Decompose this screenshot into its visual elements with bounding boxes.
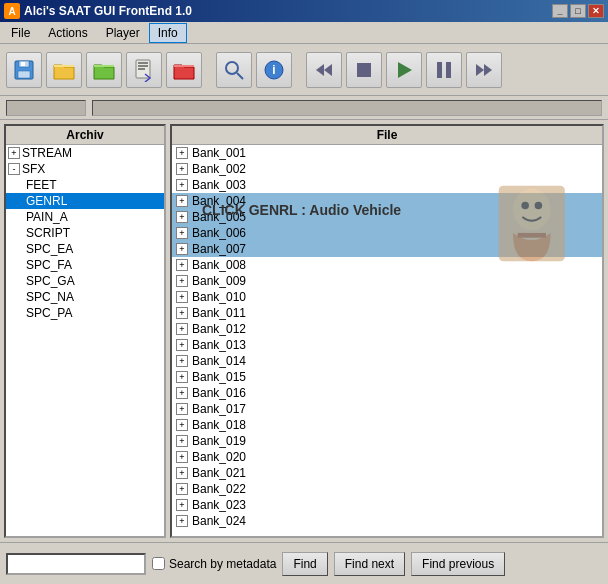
search-input[interactable] bbox=[6, 553, 146, 575]
expand-bank024[interactable]: + bbox=[176, 515, 188, 527]
status-right bbox=[92, 100, 602, 116]
rewind-button[interactable] bbox=[306, 52, 342, 88]
expand-sfx[interactable]: - bbox=[8, 163, 20, 175]
magnifier-button[interactable] bbox=[216, 52, 252, 88]
expand-bank007[interactable]: + bbox=[176, 243, 188, 255]
extract-button[interactable] bbox=[126, 52, 162, 88]
file-item-bank019[interactable]: + Bank_019 bbox=[172, 433, 602, 449]
svg-marker-13 bbox=[324, 64, 332, 76]
menu-actions[interactable]: Actions bbox=[39, 23, 96, 43]
window-controls[interactable]: _ □ ✕ bbox=[552, 4, 604, 18]
play-button[interactable] bbox=[386, 52, 422, 88]
file-item-bank010[interactable]: + Bank_010 bbox=[172, 289, 602, 305]
file-item-bank004[interactable]: + Bank_004 bbox=[172, 193, 602, 209]
maximize-button[interactable]: □ bbox=[570, 4, 586, 18]
delete-button[interactable] bbox=[166, 52, 202, 88]
file-item-bank023[interactable]: + Bank_023 bbox=[172, 497, 602, 513]
tree-item-spc_na[interactable]: SPC_NA bbox=[6, 289, 164, 305]
expand-bank003[interactable]: + bbox=[176, 179, 188, 191]
file-item-bank007[interactable]: + Bank_007 bbox=[172, 241, 602, 257]
tree-item-spc_ea[interactable]: SPC_EA bbox=[6, 241, 164, 257]
expand-bank023[interactable]: + bbox=[176, 499, 188, 511]
file-item-bank017[interactable]: + Bank_017 bbox=[172, 401, 602, 417]
info-button[interactable]: i bbox=[256, 52, 292, 88]
app-icon: A bbox=[4, 3, 20, 19]
file-item-bank020[interactable]: + Bank_020 bbox=[172, 449, 602, 465]
expand-bank014[interactable]: + bbox=[176, 355, 188, 367]
svg-rect-6 bbox=[138, 65, 148, 67]
expand-bank022[interactable]: + bbox=[176, 483, 188, 495]
fastforward-button[interactable] bbox=[466, 52, 502, 88]
svg-marker-12 bbox=[316, 64, 324, 76]
find-previous-button[interactable]: Find previous bbox=[411, 552, 505, 576]
tree-panel[interactable]: Archiv + STREAM - SFX FEET GENRL PAIN_A … bbox=[4, 124, 166, 538]
close-button[interactable]: ✕ bbox=[588, 4, 604, 18]
menu-file[interactable]: File bbox=[2, 23, 39, 43]
open-green-button[interactable] bbox=[86, 52, 122, 88]
toolbar: i bbox=[0, 44, 608, 96]
tree-label-stream: STREAM bbox=[22, 146, 72, 160]
file-item-bank011[interactable]: + Bank_011 bbox=[172, 305, 602, 321]
tree-label-sfx: SFX bbox=[22, 162, 45, 176]
find-button[interactable]: Find bbox=[282, 552, 327, 576]
search-metadata-label[interactable]: Search by metadata bbox=[152, 557, 276, 571]
find-next-button[interactable]: Find next bbox=[334, 552, 405, 576]
file-item-bank018[interactable]: + Bank_018 bbox=[172, 417, 602, 433]
expand-bank017[interactable]: + bbox=[176, 403, 188, 415]
tree-item-spc_fa[interactable]: SPC_FA bbox=[6, 257, 164, 273]
expand-bank021[interactable]: + bbox=[176, 467, 188, 479]
expand-stream[interactable]: + bbox=[8, 147, 20, 159]
expand-bank011[interactable]: + bbox=[176, 307, 188, 319]
tree-item-pain_a[interactable]: PAIN_A bbox=[6, 209, 164, 225]
menu-player[interactable]: Player bbox=[97, 23, 149, 43]
menu-info[interactable]: Info bbox=[149, 23, 187, 43]
svg-point-8 bbox=[226, 62, 238, 74]
tree-item-stream[interactable]: + STREAM bbox=[6, 145, 164, 161]
tree-item-genrl[interactable]: GENRL bbox=[6, 193, 164, 209]
open-folder-button[interactable] bbox=[46, 52, 82, 88]
file-item-bank003[interactable]: + Bank_003 bbox=[172, 177, 602, 193]
tree-item-spc_pa[interactable]: SPC_PA bbox=[6, 305, 164, 321]
expand-bank016[interactable]: + bbox=[176, 387, 188, 399]
expand-bank002[interactable]: + bbox=[176, 163, 188, 175]
expand-bank006[interactable]: + bbox=[176, 227, 188, 239]
file-item-bank014[interactable]: + Bank_014 bbox=[172, 353, 602, 369]
tree-item-script[interactable]: SCRIPT bbox=[6, 225, 164, 241]
expand-bank004[interactable]: + bbox=[176, 195, 188, 207]
file-item-bank002[interactable]: + Bank_002 bbox=[172, 161, 602, 177]
tree-item-sfx[interactable]: - SFX bbox=[6, 161, 164, 177]
file-item-bank005[interactable]: + Bank_005 bbox=[172, 209, 602, 225]
file-item-bank006[interactable]: + Bank_006 bbox=[172, 225, 602, 241]
expand-bank019[interactable]: + bbox=[176, 435, 188, 447]
file-panel[interactable]: File CLICK GENRL : Audio Vehicle + Bank_… bbox=[170, 124, 604, 538]
file-item-bank012[interactable]: + Bank_012 bbox=[172, 321, 602, 337]
file-item-bank013[interactable]: + Bank_013 bbox=[172, 337, 602, 353]
expand-bank018[interactable]: + bbox=[176, 419, 188, 431]
file-item-bank009[interactable]: + Bank_009 bbox=[172, 273, 602, 289]
search-metadata-checkbox[interactable] bbox=[152, 557, 165, 570]
tree-item-spc_ga[interactable]: SPC_GA bbox=[6, 273, 164, 289]
expand-bank012[interactable]: + bbox=[176, 323, 188, 335]
pause-button[interactable] bbox=[426, 52, 462, 88]
file-item-bank001[interactable]: + Bank_001 bbox=[172, 145, 602, 161]
file-item-bank024[interactable]: + Bank_024 bbox=[172, 513, 602, 529]
file-item-bank022[interactable]: + Bank_022 bbox=[172, 481, 602, 497]
file-item-bank008[interactable]: + Bank_008 bbox=[172, 257, 602, 273]
file-item-bank016[interactable]: + Bank_016 bbox=[172, 385, 602, 401]
expand-bank013[interactable]: + bbox=[176, 339, 188, 351]
expand-bank015[interactable]: + bbox=[176, 371, 188, 383]
tree-item-feet[interactable]: FEET bbox=[6, 177, 164, 193]
expand-bank001[interactable]: + bbox=[176, 147, 188, 159]
file-item-bank021[interactable]: + Bank_021 bbox=[172, 465, 602, 481]
save-button[interactable] bbox=[6, 52, 42, 88]
expand-bank020[interactable]: + bbox=[176, 451, 188, 463]
expand-bank010[interactable]: + bbox=[176, 291, 188, 303]
expand-bank009[interactable]: + bbox=[176, 275, 188, 287]
minimize-button[interactable]: _ bbox=[552, 4, 568, 18]
expand-bank008[interactable]: + bbox=[176, 259, 188, 271]
file-item-bank015[interactable]: + Bank_015 bbox=[172, 369, 602, 385]
expand-bank005[interactable]: + bbox=[176, 211, 188, 223]
tree-label-spc_fa: SPC_FA bbox=[26, 258, 72, 272]
stop-button[interactable] bbox=[346, 52, 382, 88]
svg-text:i: i bbox=[272, 63, 275, 77]
